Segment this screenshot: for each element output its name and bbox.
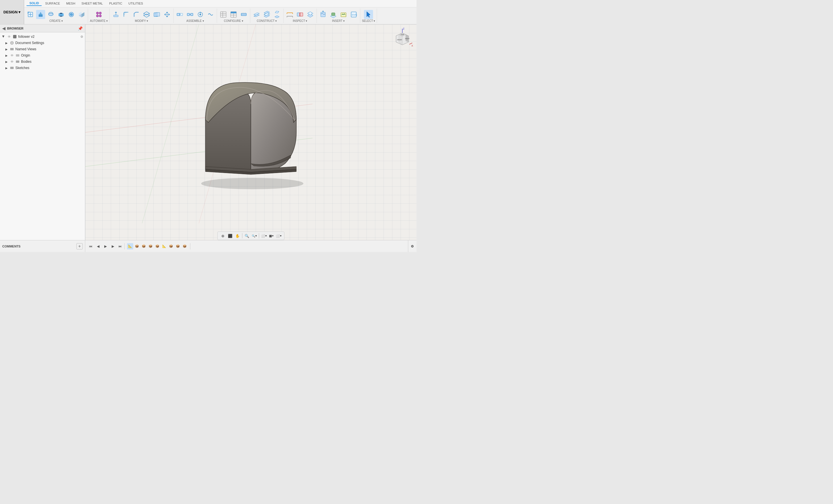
configure-label[interactable]: CONFIGURE ▾: [224, 19, 243, 23]
timeline-prev-btn[interactable]: ◀: [95, 243, 101, 249]
svg-rect-93: [10, 48, 14, 50]
timeline-last-btn[interactable]: ⏭: [117, 243, 123, 249]
zoom-dropdown[interactable]: 🔍▾: [251, 234, 258, 238]
zoom-in-icon[interactable]: 🔍: [243, 233, 250, 239]
timeline-sketch-icon[interactable]: 📐: [127, 243, 133, 249]
timeline-fillet3-icon[interactable]: 📦: [182, 243, 188, 249]
tree-arrow-root[interactable]: ▶: [2, 35, 6, 39]
display-mode-dropdown[interactable]: ⬜▾: [260, 234, 268, 238]
select-label[interactable]: SELECT ▾: [362, 19, 375, 23]
decal-icon[interactable]: [329, 10, 338, 19]
canvas-icon[interactable]: [339, 10, 348, 19]
tree-eye-root[interactable]: 👁: [7, 34, 11, 39]
tree-item-origin[interactable]: ▶ 👁 Origin: [0, 52, 85, 58]
combine-icon[interactable]: [152, 10, 161, 19]
timeline-shell-icon[interactable]: 📦: [154, 243, 161, 249]
tab-solid[interactable]: SOLID: [26, 1, 42, 6]
tree-item-named-views[interactable]: ▶ Named Views: [0, 46, 85, 52]
settings-button-bottom[interactable]: ⚙: [408, 240, 416, 252]
tree-item-sketches[interactable]: ▶ Sketches: [0, 65, 85, 71]
tree-arrow-views[interactable]: ▶: [4, 47, 8, 51]
inspect-label[interactable]: INSPECT ▾: [293, 19, 307, 23]
tree-arrow-doc[interactable]: ▶: [4, 41, 8, 45]
svg-rect-81: [321, 12, 325, 17]
hole-icon[interactable]: [56, 10, 66, 19]
effects-dropdown[interactable]: ⬜▾: [275, 234, 282, 238]
tree-item-doc-settings[interactable]: ▶ Document Settings: [0, 40, 85, 46]
svg-text:RIGHT: RIGHT: [405, 38, 410, 40]
offset-plane-icon[interactable]: [252, 10, 261, 19]
timeline-next-btn[interactable]: ▶: [110, 243, 116, 249]
shell-icon[interactable]: [142, 10, 151, 19]
tab-surface[interactable]: SURFACE: [42, 1, 63, 6]
section-analysis-icon[interactable]: [306, 10, 315, 19]
chamfer-icon[interactable]: [132, 10, 141, 19]
automate-label[interactable]: AUTOMATE ▾: [90, 19, 108, 23]
new-body-icon[interactable]: [26, 10, 35, 19]
automate-icon[interactable]: [94, 10, 103, 19]
timeline-extrude2-icon[interactable]: 📦: [147, 243, 154, 249]
timeline-fillet2-icon[interactable]: 📦: [175, 243, 181, 249]
svg-rect-90: [13, 35, 17, 38]
svg-rect-40: [187, 14, 190, 16]
browser-pin-icon[interactable]: 📌: [78, 26, 83, 31]
tree-options-root[interactable]: ⚙: [80, 35, 83, 39]
tree-arrow-origin[interactable]: ▶: [4, 53, 8, 57]
measure-icon[interactable]: [285, 10, 294, 19]
tab-sheet-metal[interactable]: SHEET METAL: [79, 1, 106, 6]
add-comment-button[interactable]: +: [76, 243, 83, 249]
extrude-icon[interactable]: [36, 10, 45, 19]
svg-text:TOP: TOP: [401, 34, 404, 35]
tree-icon-sketches: [10, 66, 14, 70]
inspect-icons: [285, 8, 315, 19]
thread-icon[interactable]: [67, 10, 76, 19]
timeline-first-btn[interactable]: ⏮: [88, 243, 94, 249]
timeline-extrude-icon[interactable]: 📦: [134, 243, 140, 249]
design-button[interactable]: DESIGN ▾: [0, 0, 24, 24]
create-label[interactable]: CREATE ▾: [49, 19, 63, 23]
drive-icon[interactable]: [196, 10, 205, 19]
press-pull-icon[interactable]: [111, 10, 120, 19]
joint-icon[interactable]: [175, 10, 184, 19]
tree-label-sketches: Sketches: [15, 66, 29, 70]
insert-svg-icon[interactable]: SVG: [349, 10, 358, 19]
timeline-play-btn[interactable]: ▶: [102, 243, 109, 249]
screenshot-icon[interactable]: ⬛: [227, 233, 234, 239]
box-icon[interactable]: [77, 10, 86, 19]
parameters-icon[interactable]: [219, 10, 228, 19]
view-cube[interactable]: Z X TOP FRONT RIGHT: [391, 27, 414, 50]
tab-mesh[interactable]: MESH: [63, 1, 78, 6]
timeline-fillet-icon[interactable]: 📦: [141, 243, 147, 249]
interference-icon[interactable]: [295, 10, 305, 19]
tab-plastic[interactable]: PLASTIC: [106, 1, 125, 6]
tree-item-bodies[interactable]: ▶ 👁 Bodies: [0, 58, 85, 65]
insert-mesh-icon[interactable]: [318, 10, 328, 19]
tree-item-root[interactable]: ▶ 👁 follower v2 ⚙: [0, 33, 85, 40]
midplane-icon[interactable]: [262, 10, 271, 19]
fillet-icon[interactable]: [122, 10, 131, 19]
visual-style-dropdown[interactable]: ▦▾: [268, 234, 275, 238]
timeline-sketch2-icon[interactable]: 📐: [161, 243, 167, 249]
select-icon[interactable]: [364, 10, 373, 19]
tree-eye-origin[interactable]: 👁: [10, 53, 14, 58]
table-icon[interactable]: [229, 10, 238, 19]
grid-snap-icon[interactable]: ⊕: [219, 233, 226, 239]
rigid-group-icon[interactable]: [186, 10, 195, 19]
tree-eye-bodies[interactable]: 👁: [10, 59, 14, 64]
assemble-label[interactable]: ASSEMBLE ▾: [186, 19, 204, 23]
timeline-cut-icon[interactable]: 📦: [168, 243, 174, 249]
modify-label[interactable]: MODIFY ▾: [135, 19, 148, 23]
move-icon[interactable]: [163, 10, 172, 19]
plane-at-angle-icon[interactable]: [272, 10, 282, 19]
viewport[interactable]: Z X TOP FRONT RIGHT: [85, 24, 416, 240]
pan-icon[interactable]: ✋: [234, 233, 241, 239]
suppress-icon[interactable]: [239, 10, 248, 19]
motion-link-icon[interactable]: [206, 10, 215, 19]
construct-label[interactable]: CONSTRUCT ▾: [257, 19, 277, 23]
tree-arrow-bodies[interactable]: ▶: [4, 59, 8, 64]
tab-utilities[interactable]: UTILITIES: [125, 1, 146, 6]
tree-arrow-sketches[interactable]: ▶: [4, 66, 8, 70]
revolve-icon[interactable]: [46, 10, 55, 19]
insert-label[interactable]: INSERT ▾: [332, 19, 344, 23]
construct-icons: [252, 8, 282, 19]
